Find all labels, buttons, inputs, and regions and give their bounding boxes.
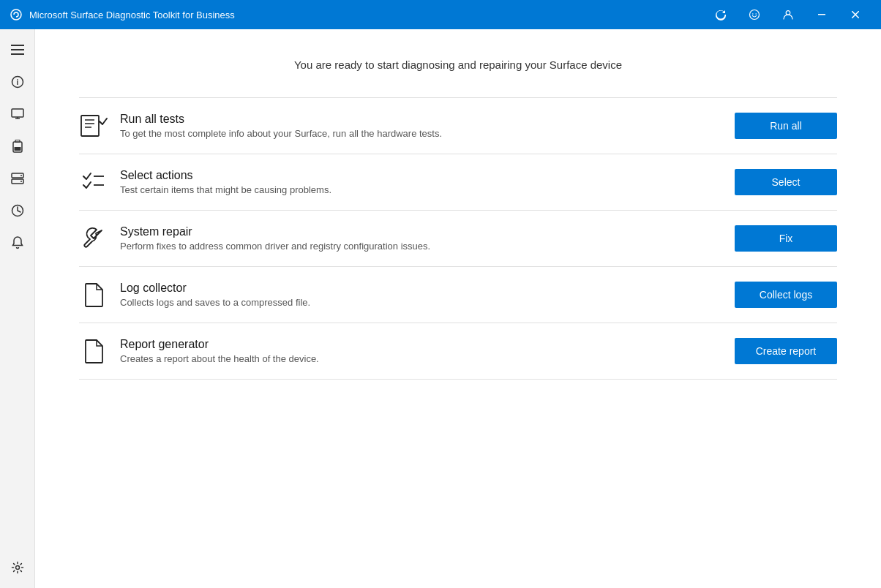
select-actions-text: Select actions Test certain items that m…	[120, 169, 723, 195]
log-collector-desc: Collects logs and saves to a compressed …	[120, 297, 723, 308]
log-collector-icon	[79, 280, 108, 309]
run-all-button[interactable]: Run all	[735, 113, 837, 139]
svg-point-21	[20, 175, 22, 176]
select-button[interactable]: Select	[735, 169, 837, 195]
svg-point-0	[11, 10, 21, 20]
sidebar-item-info[interactable]: i	[3, 67, 32, 97]
window-controls	[704, 0, 872, 29]
sidebar-item-battery[interactable]	[3, 132, 32, 161]
close-button[interactable]	[839, 0, 872, 29]
svg-point-24	[15, 566, 19, 570]
action-row-select-actions: Select actions Test certain items that m…	[79, 154, 837, 211]
svg-point-22	[20, 181, 22, 182]
svg-point-3	[755, 13, 757, 15]
sidebar-item-diagnostics[interactable]	[3, 99, 32, 129]
run-all-tests-icon	[79, 111, 108, 140]
svg-point-1	[750, 10, 760, 20]
create-report-button[interactable]: Create report	[735, 338, 837, 364]
title-bar: Microsoft Surface Diagnostic Toolkit for…	[0, 0, 881, 29]
svg-rect-10	[11, 53, 24, 55]
log-collector-text: Log collector Collects logs and saves to…	[120, 282, 723, 308]
sidebar-item-settings[interactable]	[3, 553, 32, 582]
select-actions-icon	[79, 167, 108, 197]
svg-point-2	[752, 13, 754, 15]
report-generator-icon	[79, 336, 108, 366]
report-generator-desc: Creates a report about the health of the…	[120, 353, 723, 364]
sidebar-item-notifications[interactable]	[3, 228, 32, 257]
svg-rect-25	[81, 116, 99, 136]
collect-logs-button[interactable]: Collect logs	[735, 282, 837, 308]
system-repair-icon	[79, 224, 108, 253]
run-all-tests-desc: To get the most complete info about your…	[120, 128, 723, 139]
app-body: i	[0, 29, 881, 588]
main-content: You are ready to start diagnosing and re…	[35, 29, 881, 588]
sidebar-item-menu[interactable]	[3, 35, 32, 64]
action-row-system-repair: System repair Perform fixes to address c…	[79, 211, 837, 267]
report-generator-text: Report generator Creates a report about …	[120, 338, 723, 364]
account-button[interactable]	[771, 0, 805, 29]
run-all-tests-title: Run all tests	[120, 113, 723, 126]
select-actions-title: Select actions	[120, 169, 723, 182]
action-row-report-generator: Report generator Creates a report about …	[79, 323, 837, 380]
svg-text:i: i	[16, 78, 18, 86]
fix-button[interactable]: Fix	[735, 225, 837, 252]
svg-rect-8	[11, 45, 24, 46]
feedback-button[interactable]	[738, 0, 771, 29]
svg-rect-18	[14, 147, 20, 151]
page-subtitle: You are ready to start diagnosing and re…	[79, 59, 837, 71]
select-actions-desc: Test certain items that might be causing…	[120, 184, 723, 195]
minimize-button[interactable]	[805, 0, 839, 29]
sidebar-item-storage[interactable]	[3, 164, 32, 193]
action-row-log-collector: Log collector Collects logs and saves to…	[79, 267, 837, 323]
action-list: Run all tests To get the most complete i…	[79, 97, 837, 380]
action-row-run-all-tests: Run all tests To get the most complete i…	[79, 97, 837, 154]
log-collector-title: Log collector	[120, 282, 723, 295]
sidebar-item-history[interactable]	[3, 196, 32, 225]
report-generator-title: Report generator	[120, 338, 723, 351]
svg-rect-5	[818, 14, 825, 15]
window-title: Microsoft Surface Diagnostic Toolkit for…	[29, 10, 704, 20]
refresh-button[interactable]	[704, 0, 738, 29]
system-repair-desc: Perform fixes to address common driver a…	[120, 241, 723, 252]
svg-rect-17	[15, 140, 20, 143]
system-repair-text: System repair Perform fixes to address c…	[120, 225, 723, 252]
app-icon	[9, 7, 23, 22]
run-all-tests-text: Run all tests To get the most complete i…	[120, 113, 723, 139]
svg-rect-9	[11, 49, 24, 50]
system-repair-title: System repair	[120, 225, 723, 238]
sidebar: i	[0, 29, 35, 588]
svg-rect-13	[12, 109, 23, 117]
